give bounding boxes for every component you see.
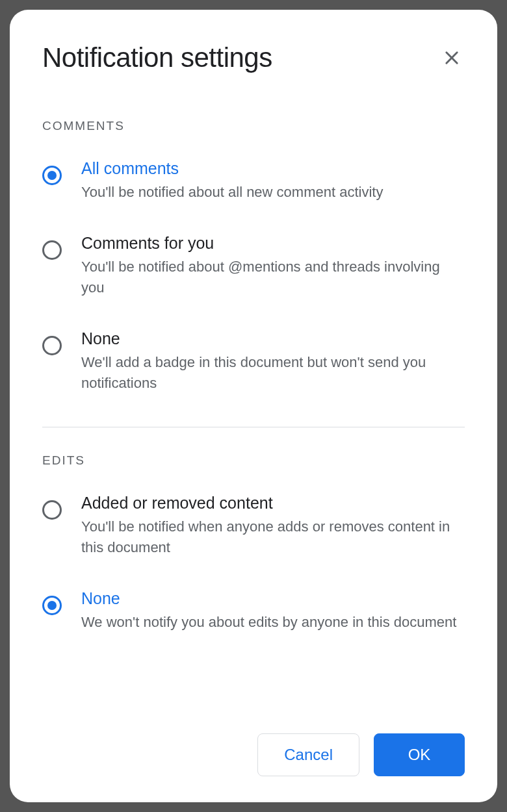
radio-title: Comments for you — [81, 234, 465, 253]
radio-description: You'll be notified about @mentions and t… — [81, 257, 465, 298]
radio-title: None — [81, 589, 465, 608]
radio-option-all-comments[interactable]: All comments You'll be notified about al… — [42, 159, 465, 203]
edits-section-label: EDITS — [42, 453, 465, 468]
radio-title: None — [81, 329, 465, 348]
radio-description: We'll add a badge in this document but w… — [81, 352, 465, 394]
radio-indicator — [42, 500, 62, 520]
radio-description: We won't notify you about edits by anyon… — [81, 612, 465, 633]
close-icon — [443, 49, 461, 67]
radio-content: Added or removed content You'll be notif… — [81, 494, 465, 558]
radio-option-comments-none[interactable]: None We'll add a badge in this document … — [42, 329, 465, 394]
radio-content: Comments for you You'll be notified abou… — [81, 234, 465, 298]
section-divider — [42, 427, 465, 427]
radio-content: None We won't notify you about edits by … — [81, 589, 465, 633]
cancel-button[interactable]: Cancel — [257, 733, 359, 776]
radio-description: You'll be notified when anyone adds or r… — [81, 516, 465, 558]
radio-title: All comments — [81, 159, 465, 178]
radio-content: None We'll add a badge in this document … — [81, 329, 465, 394]
dialog-header: Notification settings — [42, 42, 465, 73]
radio-indicator — [42, 336, 62, 355]
radio-option-added-removed[interactable]: Added or removed content You'll be notif… — [42, 494, 465, 558]
ok-button[interactable]: OK — [374, 733, 465, 776]
radio-option-comments-for-you[interactable]: Comments for you You'll be notified abou… — [42, 234, 465, 298]
close-button[interactable] — [439, 45, 465, 71]
radio-description: You'll be notified about all new comment… — [81, 182, 465, 203]
radio-title: Added or removed content — [81, 494, 465, 513]
dialog-footer: Cancel OK — [42, 714, 465, 776]
radio-indicator — [42, 166, 62, 185]
radio-content: All comments You'll be notified about al… — [81, 159, 465, 203]
comments-section-label: COMMENTS — [42, 119, 465, 133]
radio-option-edits-none[interactable]: None We won't notify you about edits by … — [42, 589, 465, 633]
dialog-title: Notification settings — [42, 42, 272, 73]
radio-indicator — [42, 596, 62, 615]
notification-settings-dialog: Notification settings COMMENTS All comme… — [10, 10, 497, 802]
radio-indicator — [42, 240, 62, 260]
